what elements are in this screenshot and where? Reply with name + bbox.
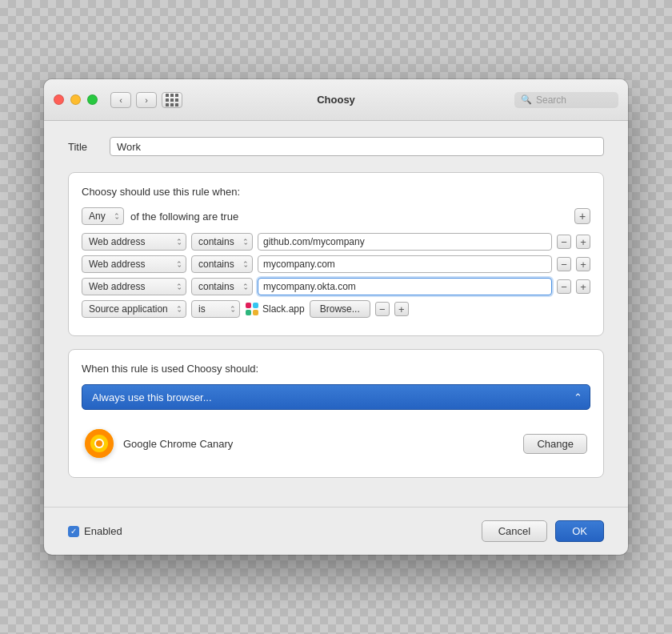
cancel-button[interactable]: Cancel (482, 520, 547, 542)
op-select-wrapper-4[interactable]: is is not ⌃ (191, 300, 240, 318)
remove-condition-button-1[interactable]: − (557, 235, 571, 249)
search-placeholder: Search (536, 94, 566, 106)
enabled-label: Enabled (84, 525, 122, 537)
condition-header: Any All ⌃ of the following are true + (82, 207, 590, 225)
svg-rect-1 (253, 303, 258, 308)
any-select-wrapper[interactable]: Any All ⌃ (82, 207, 124, 225)
add-condition-button-2[interactable]: + (576, 257, 590, 271)
add-condition-button-3[interactable]: + (576, 279, 590, 294)
change-button[interactable]: Change (523, 434, 587, 454)
title-label: Title (68, 141, 100, 153)
op-select-2[interactable]: contains is (191, 255, 253, 273)
rule-section: Choosy should use this rule when: Any Al… (68, 172, 604, 336)
window-title: Choosy (317, 94, 355, 106)
op-select-wrapper-3[interactable]: contains is ⌃ (191, 278, 253, 295)
table-row: Web address Source application ⌃ is is n… (82, 300, 590, 318)
browser-dropdown-wrapper[interactable]: Always use this browser... ⌃ (82, 384, 590, 410)
back-button[interactable]: ‹ (110, 92, 131, 108)
svg-rect-2 (246, 310, 251, 315)
field-select-wrapper-4[interactable]: Web address Source application ⌃ (82, 300, 186, 318)
grid-button[interactable] (162, 92, 182, 108)
window-content: Title Choosy should use this rule when: … (44, 121, 628, 507)
op-select-1[interactable]: contains is (191, 233, 253, 251)
ok-button[interactable]: OK (555, 520, 604, 542)
grid-icon (166, 94, 178, 106)
op-select-4[interactable]: is is not (191, 300, 240, 318)
title-input[interactable] (110, 137, 604, 156)
table-row: Web address Source application ⌃ contain… (82, 255, 590, 273)
app-display: Slack.app (245, 302, 305, 316)
close-button[interactable] (54, 94, 64, 105)
add-condition-button-1[interactable]: + (576, 235, 590, 249)
value-input-3[interactable] (258, 278, 552, 295)
field-select-1[interactable]: Web address Source application (82, 233, 186, 251)
table-row: Web address Source application ⌃ contain… (82, 278, 590, 295)
titlebar: ‹ › Choosy 🔍 Search (44, 79, 628, 121)
minimize-button[interactable] (70, 94, 81, 105)
title-row: Title (68, 137, 604, 156)
rule-section-title: Choosy should use this rule when: (82, 186, 590, 198)
browser-section: When this rule is used Choosy should: Al… (68, 349, 604, 478)
checkmark-icon: ✓ (70, 528, 77, 536)
browser-name: Google Chrome Canary (123, 438, 514, 450)
svg-rect-0 (246, 303, 251, 308)
forward-button[interactable]: › (136, 92, 157, 108)
browser-section-title: When this rule is used Choosy should: (82, 363, 590, 375)
main-window: ‹ › Choosy 🔍 Search Title Choosy should … (44, 79, 628, 555)
enabled-checkbox[interactable]: ✓ (68, 526, 79, 537)
nav-buttons: ‹ › (110, 92, 157, 108)
add-condition-button[interactable]: + (574, 208, 590, 224)
enabled-row: ✓ Enabled (68, 525, 122, 537)
add-condition-button-4[interactable]: + (394, 302, 409, 316)
browser-dropdown[interactable]: Always use this browser... (82, 384, 590, 410)
field-select-4[interactable]: Web address Source application (82, 300, 186, 318)
app-name: Slack.app (262, 303, 305, 315)
field-select-wrapper-1[interactable]: Web address Source application ⌃ (82, 233, 186, 251)
bottom-bar: ✓ Enabled Cancel OK (44, 507, 628, 555)
field-select-3[interactable]: Web address Source application (82, 278, 186, 295)
traffic-lights (54, 94, 98, 105)
any-select[interactable]: Any All (82, 207, 124, 225)
svg-point-7 (96, 440, 102, 447)
conditions-area: Web address Source application ⌃ contain… (82, 233, 590, 318)
field-select-wrapper-3[interactable]: Web address Source application ⌃ (82, 278, 186, 295)
maximize-button[interactable] (87, 94, 98, 105)
svg-rect-3 (253, 310, 258, 315)
remove-condition-button-4[interactable]: − (375, 302, 390, 316)
search-icon: 🔍 (521, 94, 532, 105)
condition-text: of the following are true (130, 211, 238, 223)
op-select-wrapper-1[interactable]: contains is ⌃ (191, 233, 253, 251)
chrome-canary-icon (85, 429, 114, 458)
op-select-3[interactable]: contains is (191, 278, 253, 295)
table-row: Web address Source application ⌃ contain… (82, 233, 590, 251)
search-box[interactable]: 🔍 Search (514, 92, 618, 108)
field-select-2[interactable]: Web address Source application (82, 255, 186, 273)
browser-row: Google Chrome Canary Change (82, 423, 590, 464)
remove-condition-button-2[interactable]: − (557, 257, 571, 271)
value-input-1[interactable] (258, 233, 552, 251)
slack-icon (245, 302, 259, 316)
value-input-2[interactable] (258, 255, 552, 273)
field-select-wrapper-2[interactable]: Web address Source application ⌃ (82, 255, 186, 273)
browse-button[interactable]: Browse... (310, 300, 370, 318)
remove-condition-button-3[interactable]: − (557, 279, 571, 294)
op-select-wrapper-2[interactable]: contains is ⌃ (191, 255, 253, 273)
action-buttons: Cancel OK (482, 520, 604, 542)
